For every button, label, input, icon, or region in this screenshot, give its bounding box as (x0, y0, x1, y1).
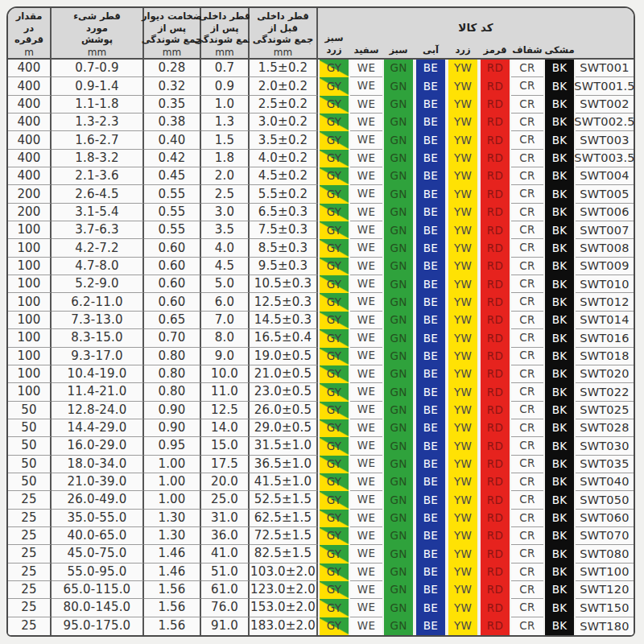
header-line: پس از (142, 23, 203, 35)
spec-cell: 7.3-13.0 (52, 312, 144, 329)
color-code-cell-yw: YW (447, 545, 479, 563)
color-code-cell-gy: GY (318, 456, 350, 473)
color-code-cell-gn: GN (382, 402, 415, 419)
spec-cell: 52.5±1.5 (250, 491, 318, 509)
header-line: پوشش (73, 34, 121, 46)
spec-cell: 12.8-24.0 (52, 402, 144, 419)
color-code-cell-be: BE (415, 456, 447, 473)
color-code-cell-bk: BK (543, 293, 576, 311)
spec-cell: 10.5±0.3 (250, 275, 318, 293)
column-header-object-diameter: قطر شیءموردپوششmm (52, 8, 144, 60)
color-code-cell-we: WE (350, 275, 382, 293)
color-code-cell-gn: GN (382, 312, 415, 329)
color-code-cell-cr: CR (511, 77, 543, 95)
color-code-cell-yw: YW (447, 114, 479, 131)
color-code-cell-bk: BK (543, 204, 576, 221)
color-code-cell-rd: RD (479, 473, 511, 491)
color-code-cell-we: WE (350, 510, 382, 527)
spec-cell: 50 (8, 456, 52, 473)
spec-cell: 1.56 (144, 599, 201, 617)
color-code-cell-we: WE (350, 114, 382, 131)
spec-cell: 51.0 (201, 564, 250, 581)
color-code-cell-gn: GN (382, 239, 415, 257)
color-code-cell-rd: RD (479, 77, 511, 95)
color-code-cell-be: BE (415, 329, 447, 347)
spec-cell: 4.5 (201, 258, 250, 275)
spec-cell: 2.1-3.6 (52, 167, 144, 185)
color-code-cell-gn: GN (382, 581, 415, 599)
spec-cell: 23.0±0.5 (250, 383, 318, 401)
column-unit-label: mm (88, 47, 106, 57)
color-name-line: سبز (324, 32, 343, 43)
color-code-cell-gy: GY (318, 204, 350, 221)
product-code-cell: SWT012 (576, 293, 634, 311)
color-code-cell-be: BE (415, 204, 447, 221)
color-code-cell-we: WE (350, 167, 382, 185)
spec-cell: 40.0-65.0 (52, 527, 144, 545)
spec-cell: 2.0 (201, 167, 250, 185)
spec-cell: 0.28 (144, 60, 201, 77)
color-code-cell-bk: BK (543, 221, 576, 239)
color-code-cell-gy: GY (318, 131, 350, 149)
color-name-line: شفاف (512, 44, 542, 56)
color-code-cell-cr: CR (511, 437, 543, 455)
spec-cell: 0.90 (144, 419, 201, 437)
color-code-cell-we: WE (350, 365, 382, 383)
spec-cell: 0.65 (144, 312, 201, 329)
spec-cell: 19.0±0.5 (250, 348, 318, 365)
color-code-cell-gy: GY (318, 221, 350, 239)
color-code-cell-gy: GY (318, 545, 350, 563)
color-code-cell-cr: CR (511, 221, 543, 239)
color-code-cell-yw: YW (447, 617, 479, 635)
color-code-cell-cr: CR (511, 491, 543, 509)
spec-cell: 3.0±0.2 (250, 114, 318, 131)
color-code-cell-gn: GN (382, 150, 415, 167)
color-code-cell-be: BE (415, 258, 447, 275)
spec-cell: 4.5±0.2 (250, 167, 318, 185)
color-code-cell-yw: YW (447, 456, 479, 473)
color-code-cell-cr: CR (511, 60, 543, 77)
color-code-cell-yw: YW (447, 275, 479, 293)
color-code-cell-yw: YW (447, 581, 479, 599)
product-code-cell: SWT120 (576, 581, 634, 599)
color-code-cell-be: BE (415, 599, 447, 617)
color-code-cell-we: WE (350, 131, 382, 149)
color-name-line: سبز (389, 44, 407, 56)
spec-cell: 1.00 (144, 491, 201, 509)
color-code-cell-bk: BK (543, 258, 576, 275)
color-code-cell-rd: RD (479, 114, 511, 131)
spec-cell: 0.80 (144, 365, 201, 383)
color-code-cell-be: BE (415, 419, 447, 437)
color-name-header-cr: شفاف (511, 35, 543, 60)
spec-cell: 25 (8, 510, 52, 527)
spec-cell: 100 (8, 312, 52, 329)
header-line: مورد (73, 23, 121, 35)
color-code-cell-rd: RD (479, 96, 511, 114)
spec-cell: 183.0±2.0 (250, 617, 318, 635)
spec-cell: 11.0 (201, 383, 250, 401)
color-code-cell-yw: YW (447, 185, 479, 203)
color-code-cell-gn: GN (382, 221, 415, 239)
spec-cell: 80.0-145.0 (52, 599, 144, 617)
color-code-cell-bk: BK (543, 239, 576, 257)
spec-cell: 0.80 (144, 383, 201, 401)
color-code-cell-gy: GY (318, 275, 350, 293)
color-code-cell-gy: GY (318, 564, 350, 581)
color-code-cell-gy: GY (318, 491, 350, 509)
color-code-cell-be: BE (415, 150, 447, 167)
spec-cell: 100 (8, 293, 52, 311)
color-code-cell-rd: RD (479, 348, 511, 365)
color-code-cell-gy: GY (318, 96, 350, 114)
spec-cell: 95.0-175.0 (52, 617, 144, 635)
column-header-text: قطر شیءموردپوشش (73, 10, 121, 47)
heat-shrink-tube-spec-table: کد کالا مقداردرقرقرهmقطر شیءموردپوششmmضخ… (6, 6, 635, 637)
color-code-cell-bk: BK (543, 185, 576, 203)
color-code-cell-be: BE (415, 437, 447, 455)
color-code-cell-rd: RD (479, 60, 511, 77)
spec-cell: 9.5±0.3 (250, 258, 318, 275)
color-code-cell-be: BE (415, 293, 447, 311)
color-code-cell-bk: BK (543, 60, 576, 77)
spec-cell: 1.00 (144, 456, 201, 473)
spec-cell: 1.1-1.8 (52, 96, 144, 114)
spec-cell: 41.5±1.0 (250, 473, 318, 491)
